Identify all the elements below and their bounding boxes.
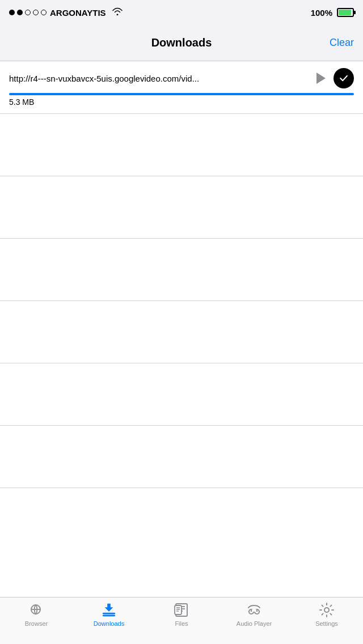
empty-row-1 [0,114,363,176]
tab-bar: Browser Downloads Files [0,597,363,644]
wifi-icon [112,7,123,18]
tab-browser-label: Browser [25,620,48,627]
tab-files[interactable]: Files [145,602,218,627]
empty-row-5 [0,363,363,426]
empty-row-4 [0,301,363,363]
battery-fill [339,10,351,15]
clear-button[interactable]: Clear [330,37,354,49]
content-area: http://r4---sn-vuxbavcx-5uis.googlevideo… [0,61,363,597]
empty-row-3 [0,239,363,301]
play-button[interactable] [316,73,326,84]
tab-files-label: Files [175,620,188,627]
svg-marker-4 [105,604,113,612]
empty-row-6 [0,426,363,488]
signal-dots [9,10,47,15]
tab-audio-player-label: Audio Player [237,620,272,627]
tab-downloads[interactable]: Downloads [73,602,145,627]
signal-dot-3 [25,10,31,15]
download-item-top: http://r4---sn-vuxbavcx-5uis.googlevideo… [9,68,354,88]
signal-dot-1 [9,10,15,15]
tab-downloads-label: Downloads [94,620,124,627]
battery-percent: 100% [311,8,332,18]
settings-icon [319,602,335,618]
tab-settings-label: Settings [315,620,338,627]
empty-row-2 [0,176,363,239]
status-bar: ARGONAYTIS 100% [0,0,363,25]
tab-settings[interactable]: Settings [290,602,363,627]
svg-rect-3 [103,615,115,616]
tab-audio-player[interactable]: Audio Player [218,602,290,627]
check-button[interactable] [334,68,354,88]
download-url: http://r4---sn-vuxbavcx-5uis.googlevideo… [9,74,310,83]
audio-player-icon [246,602,262,618]
files-icon [174,602,189,618]
nav-bar: Downloads Clear [0,25,363,61]
download-size: 5.3 MB [9,98,354,107]
tab-browser[interactable]: Browser [0,602,73,627]
browser-icon [28,602,44,618]
downloads-icon [101,602,117,618]
nav-title: Downloads [151,36,212,49]
carrier-name: ARGONAYTIS [50,8,106,18]
svg-rect-2 [103,613,115,615]
battery-icon [337,8,354,17]
status-right: 100% [311,8,354,18]
progress-bar [9,93,354,95]
svg-point-18 [324,608,329,612]
status-left: ARGONAYTIS [9,7,123,18]
svg-rect-9 [175,605,182,615]
download-item: http://r4---sn-vuxbavcx-5uis.googlevideo… [0,61,363,114]
signal-dot-2 [17,10,23,15]
signal-dot-5 [41,10,47,15]
signal-dot-4 [33,10,39,15]
download-controls [316,68,354,88]
